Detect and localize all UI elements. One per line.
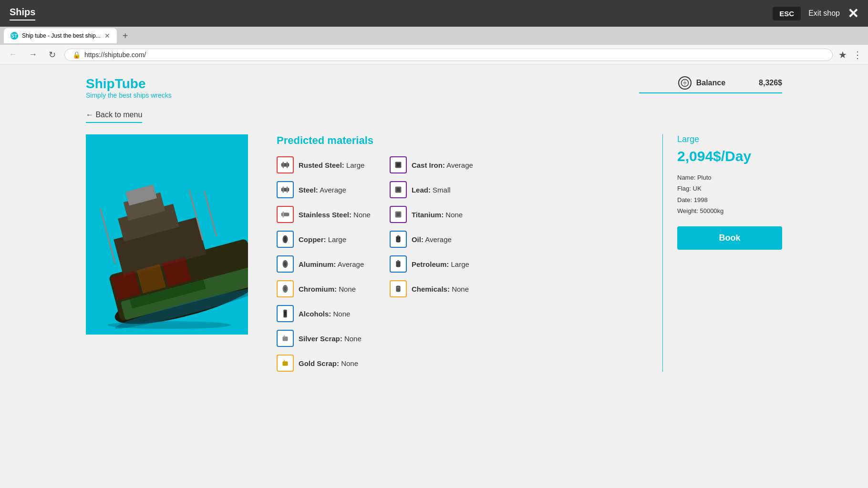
titanium-icon: [390, 206, 407, 223]
address-input[interactable]: 🔒 https://shiptube.com/: [64, 49, 833, 61]
close-button[interactable]: ✕: [847, 6, 858, 21]
steel-icon: [277, 181, 294, 198]
svg-rect-45: [397, 240, 400, 242]
exit-shop-label[interactable]: Exit shop: [808, 9, 840, 18]
chemicals-label: Chemicals: None: [412, 285, 469, 293]
material-item-rusted-steel: Rusted Steel: Large: [277, 156, 371, 173]
browser-tab[interactable]: ST Ship tube - Just the best ship... ✕: [4, 28, 117, 43]
url-text: https://shiptube.com/: [84, 51, 146, 59]
bookmark-icon[interactable]: ★: [838, 49, 847, 61]
material-item-alcohols: Alcohols: None: [277, 305, 371, 322]
esc-button[interactable]: ESC: [773, 7, 801, 20]
refresh-button[interactable]: ↻: [46, 49, 59, 61]
svg-rect-20: [281, 188, 289, 191]
site-brand: ShipTube Simply the best ships wrecks: [86, 76, 172, 99]
oil-icon: [390, 231, 407, 248]
svg-rect-49: [397, 287, 400, 288]
svg-rect-46: [396, 261, 400, 267]
site-name: ShipTube: [86, 76, 172, 92]
material-item-chromium: Chromium: None: [277, 280, 371, 297]
browser-menu-icon[interactable]: ⋮: [853, 49, 862, 61]
copper-label: Copper: Large: [299, 235, 346, 244]
chromium-label: Chromium: None: [299, 285, 356, 293]
lock-icon: 🔒: [72, 51, 81, 59]
svg-line-8: [100, 208, 115, 264]
rusted-steel-label: Rusted Steel: Large: [299, 161, 364, 169]
tab-title: Ship tube - Just the best ship...: [22, 32, 101, 39]
ship-flag-info: Flag: UK: [677, 183, 782, 194]
page-content: ShipTube Simply the best ships wrecks Ba…: [0, 65, 868, 456]
silver-scrap-label: Silver Scrap: None: [299, 335, 362, 343]
material-item-lead: Lead: Small: [390, 181, 473, 198]
materials-section: Predicted materials Rusted Steel: Large: [267, 134, 648, 372]
chemicals-icon: [390, 280, 407, 297]
alcohols-label: Alcohols: None: [299, 310, 350, 318]
balance-amount: 8,326$: [759, 79, 782, 87]
app-title: Ships: [10, 7, 35, 20]
svg-line-10: [204, 191, 217, 237]
svg-rect-19: [287, 162, 288, 168]
ship-price: 2,094$/Day: [677, 148, 782, 164]
book-button[interactable]: Book: [677, 226, 782, 250]
title-bar-left: Ships: [10, 7, 35, 20]
titanium-label: Titanium: None: [412, 211, 463, 219]
materials-right-column: Cast Iron: Average Lead: Small Titanium:…: [390, 156, 473, 372]
aluminum-label: Aluminum: Average: [299, 260, 364, 268]
material-item-titanium: Titanium: None: [390, 206, 473, 223]
ship-info: Name: Pluto Flag: UK Date: 1998 Weight: …: [677, 172, 782, 217]
vertical-divider: [662, 134, 663, 372]
chromium-icon: [277, 280, 294, 297]
ship-image-container: [86, 134, 248, 335]
material-item-copper: Copper: Large: [277, 231, 371, 248]
rusted-steel-icon: [277, 156, 294, 173]
balance-icon: [678, 76, 692, 90]
stainless-steel-icon: [277, 206, 294, 223]
svg-rect-33: [283, 336, 288, 341]
svg-rect-22: [287, 187, 288, 193]
petroleum-label: Petroleum: Large: [412, 260, 469, 268]
aluminum-icon: [277, 255, 294, 273]
lead-icon: [390, 181, 407, 198]
material-item-cast-iron: Cast Iron: Average: [390, 156, 473, 173]
materials-left-column: Rusted Steel: Large Steel: Average Stain…: [277, 156, 371, 372]
svg-point-30: [284, 286, 287, 291]
gold-scrap-icon: [277, 355, 294, 372]
svg-rect-48: [396, 286, 400, 292]
svg-rect-23: [281, 213, 289, 216]
svg-rect-47: [397, 260, 399, 262]
site-tagline: Simply the best ships wrecks: [86, 92, 172, 99]
svg-rect-34: [284, 336, 285, 338]
svg-point-26: [284, 237, 287, 242]
material-item-stainless-steel: Stainless Steel: None: [277, 206, 371, 223]
silver-scrap-icon: [277, 330, 294, 347]
material-item-petroleum: Petroleum: Large: [390, 255, 473, 273]
material-item-silver-scrap: Silver Scrap: None: [277, 330, 371, 347]
cast-iron-label: Cast Iron: Average: [412, 161, 473, 169]
svg-point-16: [107, 321, 231, 329]
main-content: Predicted materials Rusted Steel: Large: [86, 134, 782, 372]
svg-rect-44: [397, 235, 399, 237]
back-nav-button[interactable]: ←: [6, 49, 20, 61]
lead-label: Lead: Small: [412, 186, 451, 194]
svg-rect-35: [283, 361, 288, 366]
new-tab-button[interactable]: +: [119, 30, 132, 41]
svg-rect-38: [396, 163, 400, 166]
address-bar: ← → ↻ 🔒 https://shiptube.com/ ★ ⋮: [0, 45, 868, 65]
forward-nav-button[interactable]: →: [26, 49, 40, 61]
svg-point-28: [284, 262, 287, 266]
ship-date-info: Date: 1998: [677, 194, 782, 205]
ship-name-info: Name: Pluto: [677, 172, 782, 183]
svg-rect-32: [284, 311, 286, 315]
svg-rect-17: [281, 163, 289, 166]
ship-weight-info: Weight: 50000kg: [677, 205, 782, 216]
svg-rect-40: [396, 188, 400, 191]
tab-close-button[interactable]: ✕: [104, 32, 110, 40]
back-to-menu-button[interactable]: ← Back to menu: [86, 111, 142, 123]
copper-icon: [277, 231, 294, 248]
ship-size-label: Large: [677, 134, 782, 144]
balance-label: Balance: [696, 79, 725, 87]
material-item-chemicals: Chemicals: None: [390, 280, 473, 297]
gold-scrap-label: Gold Scrap: None: [299, 359, 358, 367]
title-bar: Ships ESC Exit shop ✕: [0, 0, 868, 27]
tab-bar: ST Ship tube - Just the best ship... ✕ +: [0, 27, 868, 45]
